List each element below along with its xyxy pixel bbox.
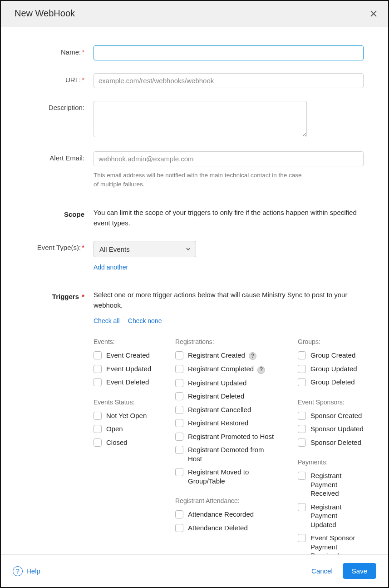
trigger-checkbox[interactable] [94,378,102,386]
save-button[interactable]: Save [343,563,376,579]
scope-label: Scope [15,208,87,218]
trigger-checkbox[interactable] [94,351,102,359]
trigger-checkbox[interactable] [298,439,306,447]
trigger-checkbox-label[interactable]: Not Yet Open [106,411,147,420]
trigger-checkbox[interactable] [175,510,183,518]
trigger-group: Payments:Registrant Payment ReceivedRegi… [298,458,364,554]
trigger-checkbox-label[interactable]: Registrant Completed ? [188,364,265,374]
trigger-checkbox-label[interactable]: Open [106,424,123,434]
trigger-group-header: Events: [94,338,157,345]
new-webhook-dialog: New WebHook Name:* URL:* Des [0,0,389,588]
triggers-grid: Events:Event CreatedEvent UpdatedEvent D… [94,338,364,554]
trigger-checkbox[interactable] [175,446,183,454]
url-label: URL:* [15,73,87,84]
trigger-item: Attendance Recorded [175,510,280,519]
trigger-group: Registrations:Registrant Created ?Regist… [175,338,280,485]
trigger-item: Event Updated [94,364,157,374]
cancel-button[interactable]: Cancel [311,567,333,575]
help-tooltip-icon[interactable]: ? [249,352,256,360]
trigger-checkbox-label[interactable]: Event Updated [106,364,151,374]
trigger-item: Closed [94,438,157,447]
trigger-checkbox-label[interactable]: Group Deleted [310,378,355,387]
trigger-checkbox-label[interactable]: Sponsor Deleted [310,438,361,447]
trigger-checkbox[interactable] [298,378,306,386]
trigger-checkbox[interactable] [298,425,306,433]
trigger-item: Registrant Payment Updated [298,503,364,529]
trigger-item: Registrant Created ? [175,351,280,360]
trigger-checkbox-label[interactable]: Registrant Created ? [188,351,256,360]
trigger-checkbox-label[interactable]: Registrant Updated [188,379,246,388]
help-tooltip-icon[interactable]: ? [257,366,265,374]
dialog-header: New WebHook [1,1,388,27]
trigger-checkbox[interactable] [175,351,183,359]
check-none-link[interactable]: Check none [128,317,162,324]
trigger-checkbox-label[interactable]: Event Created [106,351,150,360]
trigger-checkbox[interactable] [298,503,306,511]
trigger-item: Sponsor Created [298,411,364,420]
trigger-checkbox[interactable] [298,412,306,420]
trigger-group-header: Events Status: [94,399,157,406]
trigger-checkbox-label[interactable]: Registrant Deleted [188,392,244,401]
trigger-checkbox-label[interactable]: Sponsor Updated [310,424,364,434]
alert-email-input[interactable] [94,151,364,166]
trigger-item: Registrant Restored [175,419,280,428]
trigger-checkbox[interactable] [175,433,183,441]
trigger-checkbox[interactable] [94,425,102,433]
description-textarea[interactable] [94,101,307,137]
trigger-checkbox-label[interactable]: Group Created [310,351,355,360]
trigger-checkbox-label[interactable]: Event Deleted [106,378,149,387]
trigger-checkbox[interactable] [175,406,183,414]
trigger-group-header: Payments: [298,458,364,466]
help-link[interactable]: ? Help [13,566,40,576]
trigger-checkbox[interactable] [298,351,306,359]
trigger-checkbox[interactable] [298,365,306,373]
trigger-checkbox-label[interactable]: Registrant Cancelled [188,405,251,414]
help-icon: ? [13,566,23,576]
trigger-checkbox[interactable] [94,439,102,447]
trigger-item: Attendance Deleted [175,523,280,533]
trigger-item: Not Yet Open [94,411,157,420]
url-input[interactable] [94,73,364,88]
event-types-select-wrap[interactable]: All Events [94,241,196,257]
trigger-checkbox[interactable] [175,468,183,476]
trigger-checkbox[interactable] [175,392,183,400]
event-types-select[interactable]: All Events [94,241,196,257]
scope-text: You can limit the scope of your triggers… [94,208,364,228]
trigger-checkbox[interactable] [94,365,102,373]
trigger-checkbox[interactable] [175,524,183,532]
check-all-link[interactable]: Check all [94,317,120,324]
add-another-link[interactable]: Add another [94,264,128,271]
event-types-label: Event Type(s):* [15,241,87,251]
trigger-group: Event Sponsors:Sponsor CreatedSponsor Up… [298,399,364,447]
trigger-checkbox-label[interactable]: Sponsor Created [310,411,362,420]
trigger-item: Registrant Demoted from Host [175,445,280,463]
trigger-checkbox[interactable] [175,379,183,387]
trigger-checkbox-label[interactable]: Registrant Restored [188,419,248,428]
trigger-checkbox-label[interactable]: Closed [106,438,128,447]
trigger-item: Sponsor Updated [298,424,364,434]
trigger-checkbox-label[interactable]: Group Updated [310,364,357,374]
trigger-checkbox-label[interactable]: Registrant Payment Received [310,471,364,498]
trigger-checkbox[interactable] [175,419,183,427]
trigger-checkbox-label[interactable]: Registrant Promoted to Host [188,432,274,441]
trigger-group: Groups:Group CreatedGroup UpdatedGroup D… [298,338,364,387]
trigger-item: Open [94,424,157,434]
name-input[interactable] [94,45,364,60]
trigger-group-header: Registrant Attendance: [175,497,280,504]
trigger-checkbox[interactable] [298,534,306,542]
trigger-checkbox-label[interactable]: Registrant Demoted from Host [188,445,280,463]
trigger-checkbox-label[interactable]: Registrant Moved to Group/Table [188,468,280,485]
trigger-checkbox[interactable] [298,472,306,480]
close-icon[interactable] [369,9,378,18]
trigger-checkbox-label[interactable]: Event Sponsor Payment Received [310,533,364,554]
trigger-checkbox-label[interactable]: Registrant Payment Updated [310,503,364,529]
trigger-item: Sponsor Deleted [298,438,364,447]
trigger-group-header: Event Sponsors: [298,399,364,406]
trigger-checkbox-label[interactable]: Attendance Deleted [188,523,248,533]
trigger-checkbox[interactable] [94,412,102,420]
trigger-checkbox[interactable] [175,365,183,373]
trigger-item: Registrant Cancelled [175,405,280,414]
trigger-item: Registrant Completed ? [175,364,280,374]
trigger-checkbox-label[interactable]: Attendance Recorded [188,510,254,519]
trigger-item: Group Updated [298,364,364,374]
